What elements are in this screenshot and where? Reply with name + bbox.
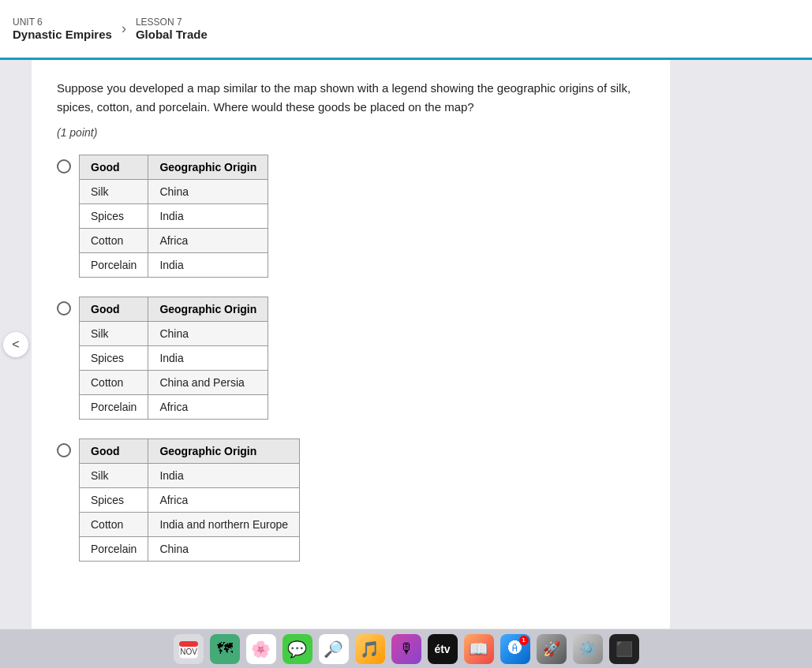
unit-label: UNIT 6 — [13, 17, 112, 28]
answer-table-3: GoodGeographic OriginSilkIndiaSpicesAfri… — [79, 438, 300, 562]
table-cell: China — [148, 180, 268, 204]
dock-icon-maps[interactable]: 🗺 — [210, 634, 240, 664]
table-cell: Porcelain — [80, 395, 148, 420]
table-cell: China — [148, 322, 268, 346]
radio-1[interactable] — [57, 159, 71, 174]
dock: NOV 🗺 🌸 💬 🔎 🎵 🎙 étv 📖 🅐 1 🚀 ⚙️ ⬛ — [0, 629, 812, 668]
table-row: CottonChina and Persia — [80, 371, 268, 395]
radio-3[interactable] — [57, 443, 71, 457]
main-content: < Suppose you developed a map similar to… — [0, 60, 812, 629]
table-row: SpicesIndia — [80, 204, 268, 229]
answers-container: GoodGeographic OriginSilkChinaSpicesIndi… — [57, 155, 645, 562]
content-area: Suppose you developed a map similar to t… — [32, 60, 670, 629]
table-cell: India and northern Europe — [148, 513, 300, 537]
answer-option-1[interactable]: GoodGeographic OriginSilkChinaSpicesIndi… — [57, 155, 645, 278]
svg-text:NOV: NOV — [180, 647, 197, 656]
table-cell: Africa — [148, 488, 300, 513]
lesson-title: Global Trade — [136, 28, 208, 41]
dock-icon-finder[interactable]: 🔎 — [319, 634, 349, 664]
answer-option-2[interactable]: GoodGeographic OriginSilkChinaSpicesIndi… — [57, 297, 645, 420]
table-row: CottonIndia and northern Europe — [80, 513, 300, 537]
dock-icon-books[interactable]: 📖 — [464, 634, 494, 664]
dock-icon-settings[interactable]: ⚙️ — [573, 634, 603, 664]
table-cell: Spices — [80, 488, 148, 513]
table-row: PorcelainChina — [80, 537, 300, 562]
answer-table-1: GoodGeographic OriginSilkChinaSpicesIndi… — [79, 155, 268, 278]
table-cell: China — [148, 537, 300, 562]
table-row: SilkChina — [80, 180, 268, 204]
answer-option-3[interactable]: GoodGeographic OriginSilkIndiaSpicesAfri… — [57, 438, 645, 562]
table-cell: Porcelain — [80, 253, 148, 278]
table-cell: Africa — [148, 395, 268, 420]
table-row: SpicesAfrica — [80, 488, 300, 513]
dock-icon-photos[interactable]: 🌸 — [246, 634, 276, 664]
table-cell: Spices — [80, 346, 148, 371]
table-row: PorcelainIndia — [80, 253, 268, 278]
breadcrumb-chevron: › — [122, 21, 126, 37]
table-cell: Silk — [80, 180, 148, 204]
dock-icon-podcasts[interactable]: 🎙 — [391, 634, 421, 664]
unit-title: Dynastic Empires — [13, 28, 112, 41]
table-row: CottonAfrica — [80, 229, 268, 253]
svg-rect-1 — [179, 641, 198, 647]
table-cell: Cotton — [80, 513, 148, 537]
table-cell: Silk — [80, 322, 148, 346]
table-cell: Cotton — [80, 371, 148, 395]
dock-icon-launchpad[interactable]: 🚀 — [537, 634, 567, 664]
table-cell: India — [148, 464, 300, 488]
dock-icon-unknown[interactable]: ⬛ — [609, 634, 639, 664]
top-bar: UNIT 6 Dynastic Empires › LESSON 7 Globa… — [0, 0, 812, 60]
dock-icon-music[interactable]: 🎵 — [355, 634, 385, 664]
table-cell: India — [148, 346, 268, 371]
point-label: (1 point) — [57, 126, 645, 139]
table-cell: Cotton — [80, 229, 148, 253]
prev-button[interactable]: < — [3, 332, 28, 357]
dock-icon-messages[interactable]: 💬 — [283, 634, 312, 664]
table-row: SilkIndia — [80, 464, 300, 488]
left-nav: < — [0, 60, 32, 629]
dock-icon-appstore[interactable]: 🅐 1 — [500, 634, 530, 664]
right-spacer — [670, 60, 812, 629]
unit-info: UNIT 6 Dynastic Empires — [13, 17, 112, 41]
table-cell: Silk — [80, 464, 148, 488]
table-header: Good — [80, 439, 148, 464]
table-cell: India — [148, 253, 268, 278]
table-header: Geographic Origin — [148, 439, 300, 464]
dock-icon-appletv[interactable]: étv — [428, 634, 458, 664]
table-row: SpicesIndia — [80, 346, 268, 371]
answer-table-2: GoodGeographic OriginSilkChinaSpicesIndi… — [79, 297, 268, 420]
table-cell: Africa — [148, 229, 268, 253]
table-header: Geographic Origin — [148, 155, 268, 180]
lesson-label: LESSON 7 — [136, 17, 208, 28]
table-cell: Porcelain — [80, 537, 148, 562]
table-header: Good — [80, 155, 148, 180]
table-header: Good — [80, 297, 148, 322]
question-text: Suppose you developed a map similar to t… — [57, 79, 645, 117]
radio-2[interactable] — [57, 301, 71, 315]
table-row: SilkChina — [80, 322, 268, 346]
table-cell: India — [148, 204, 268, 229]
table-header: Geographic Origin — [148, 297, 268, 322]
table-cell: China and Persia — [148, 371, 268, 395]
table-row: PorcelainAfrica — [80, 395, 268, 420]
lesson-info: LESSON 7 Global Trade — [136, 17, 208, 41]
table-cell: Spices — [80, 204, 148, 229]
dock-icon-calendar[interactable]: NOV — [174, 634, 204, 664]
